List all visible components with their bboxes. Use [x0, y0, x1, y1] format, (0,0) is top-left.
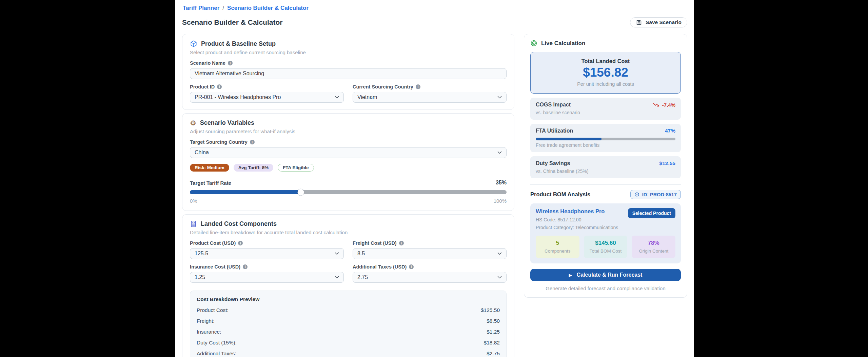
insurance-cost-value: 1.25 — [195, 274, 205, 280]
origin-content-stat: 78% Origin Content — [632, 236, 675, 258]
product-cost-select[interactable]: 125.5 — [190, 248, 344, 259]
breakdown-row-label: Additional Taxes: — [197, 351, 236, 357]
duty-savings-caption: vs. China baseline (25%) — [536, 168, 675, 174]
scenario-name-input[interactable] — [190, 68, 507, 79]
breakdown-row-value: $18.82 — [484, 340, 500, 346]
app-window: Tariff Planner / Scenario Builder & Calc… — [175, 0, 694, 357]
total-landed-cost-value: $156.82 — [534, 65, 677, 80]
fta-eligible-badge: FTA Eligible — [278, 164, 314, 172]
product-id-badge: ID: PROD-8517 — [630, 190, 681, 199]
selected-product-badge: Selected Product — [628, 208, 675, 218]
info-icon: i — [399, 241, 404, 245]
live-calc-title: Live Calculation — [541, 40, 585, 47]
freight-cost-field: Freight Cost (USD) i 8.5 — [353, 235, 507, 259]
product-setup-title: Product & Baseline Setup — [201, 40, 276, 47]
duty-savings-label: Duty Savings — [536, 160, 570, 166]
cogs-impact-label: COGS Impact — [536, 102, 571, 108]
bom-category: Product Category: Telecommunications — [536, 225, 618, 230]
bom-cost-label: Total BOM Cost — [586, 249, 626, 254]
current-country-value: Vietnam — [357, 94, 377, 100]
info-icon: i — [217, 84, 222, 89]
calculate-button-label: Calculate & Run Forecast — [577, 272, 643, 278]
info-icon: i — [228, 61, 233, 65]
additional-taxes-value: 2.75 — [357, 274, 368, 280]
origin-content-value: 78% — [634, 240, 673, 246]
current-country-field: Current Sourcing Country i Vietnam — [353, 79, 507, 103]
current-country-select[interactable]: Vietnam — [353, 92, 507, 103]
scenario-name-label: Scenario Name i — [190, 60, 507, 66]
page-title: Scenario Builder & Calculator — [182, 18, 282, 26]
additional-taxes-label: Additional Taxes (USD) i — [353, 264, 507, 270]
save-scenario-button[interactable]: Save Scenario — [630, 17, 687, 27]
product-setup-card: Product & Baseline Setup Select product … — [182, 34, 514, 110]
cost-fields-grid: Product Cost (USD) i 125.5 Freight Cost … — [190, 235, 507, 283]
breakdown-row: Duty Cost (15%): $18.82 — [197, 340, 500, 346]
additional-taxes-field: Additional Taxes (USD) i 2.75 — [353, 259, 507, 283]
live-calculation-panel: Live Calculation Total Landed Cost $156.… — [524, 34, 687, 298]
components-label: Components — [538, 249, 577, 254]
target-country-value: China — [195, 150, 209, 156]
page-header: Scenario Builder & Calculator Save Scena… — [182, 17, 687, 27]
product-id-select[interactable]: PR-001 - Wireless Headphones Pro — [190, 92, 344, 103]
cogs-impact-value-wrap: -7.4% — [653, 102, 675, 108]
additional-taxes-label-text: Additional Taxes (USD) — [353, 264, 407, 270]
scenario-variables-title: Scenario Variables — [200, 119, 254, 126]
live-calc-header: Live Calculation — [530, 40, 681, 47]
target-icon — [530, 40, 537, 47]
breakdown-row: Product Cost: $125.50 — [197, 307, 500, 313]
chevron-down-icon — [335, 252, 339, 255]
product-id-badge-text: ID: PROD-8517 — [642, 192, 677, 197]
tariff-slider-value: 35% — [496, 180, 507, 186]
total-landed-cost-box: Total Landed Cost $156.82 Per unit inclu… — [530, 52, 681, 94]
cogs-impact-caption: vs. baseline scenario — [536, 110, 675, 115]
target-country-label: Target Sourcing Country i — [190, 139, 507, 145]
save-scenario-label: Save Scenario — [646, 19, 682, 25]
risk-badge: Risk: Medium — [190, 164, 229, 172]
product-id-label: Product ID i — [190, 84, 344, 90]
target-country-select[interactable]: China — [190, 147, 507, 158]
country-badges: Risk: Medium Avg Tariff: 8% FTA Eligible — [190, 164, 507, 172]
landed-cost-header: Landed Cost Components — [190, 220, 507, 227]
screen: Tariff Planner / Scenario Builder & Calc… — [0, 0, 868, 357]
breakdown-row-label: Freight: — [197, 318, 215, 324]
breakdown-row-label: Product Cost: — [197, 307, 229, 313]
origin-content-label: Origin Content — [634, 249, 673, 254]
product-cost-label: Product Cost (USD) i — [190, 240, 344, 246]
fta-utilization-label: FTA Utilization — [536, 128, 573, 134]
tariff-slider-label: Target Tariff Rate — [190, 180, 231, 186]
floppy-disk-icon — [636, 19, 642, 26]
chevron-down-icon — [335, 276, 339, 279]
insurance-cost-label: Insurance Cost (USD) i — [190, 264, 344, 270]
cost-breakdown-preview: Cost Breakdown Preview Product Cost: $12… — [190, 291, 507, 357]
breakdown-title: Cost Breakdown Preview — [197, 296, 500, 302]
current-country-label-text: Current Sourcing Country — [353, 84, 413, 90]
calculate-run-forecast-button[interactable]: ▶ Calculate & Run Forecast — [530, 269, 681, 281]
duty-savings-value: $12.55 — [659, 160, 675, 166]
current-country-label: Current Sourcing Country i — [353, 84, 507, 90]
breakdown-row-value: $2.75 — [487, 351, 500, 357]
info-icon: i — [243, 264, 248, 269]
product-cost-label-text: Product Cost (USD) — [190, 240, 236, 246]
bom-analysis-header: Product BOM Analysis ID: PROD-8517 — [530, 190, 681, 199]
breadcrumb: Tariff Planner / Scenario Builder & Calc… — [183, 5, 687, 12]
bom-hs-code: HS Code: 8517.12.00 — [536, 217, 618, 222]
breadcrumb-separator: / — [222, 5, 224, 12]
tariff-slider-min: 0% — [190, 198, 197, 204]
tariff-slider-max: 100% — [494, 198, 507, 204]
bom-product-name: Wireless Headphones Pro — [536, 208, 618, 215]
main-content: Product & Baseline Setup Select product … — [182, 34, 687, 357]
insurance-cost-select[interactable]: 1.25 — [190, 272, 344, 283]
bom-cost-value: $145.60 — [586, 240, 626, 246]
insurance-cost-field: Insurance Cost (USD) i 1.25 — [190, 259, 344, 283]
breakdown-row: Insurance: $1.25 — [197, 329, 500, 335]
info-icon: i — [250, 140, 255, 144]
freight-cost-select[interactable]: 8.5 — [353, 248, 507, 259]
scenario-variables-subtitle: Adjust sourcing parameters for what-if a… — [190, 128, 507, 134]
breakdown-row-value: $8.50 — [487, 318, 500, 324]
breadcrumb-link-scenario-builder[interactable]: Scenario Builder & Calculator — [227, 5, 309, 12]
tariff-slider-thumb[interactable] — [297, 189, 304, 196]
tariff-slider[interactable] — [190, 190, 507, 194]
additional-taxes-select[interactable]: 2.75 — [353, 272, 507, 283]
breadcrumb-link-tariff-planner[interactable]: Tariff Planner — [183, 5, 219, 12]
trending-down-icon — [653, 102, 660, 107]
